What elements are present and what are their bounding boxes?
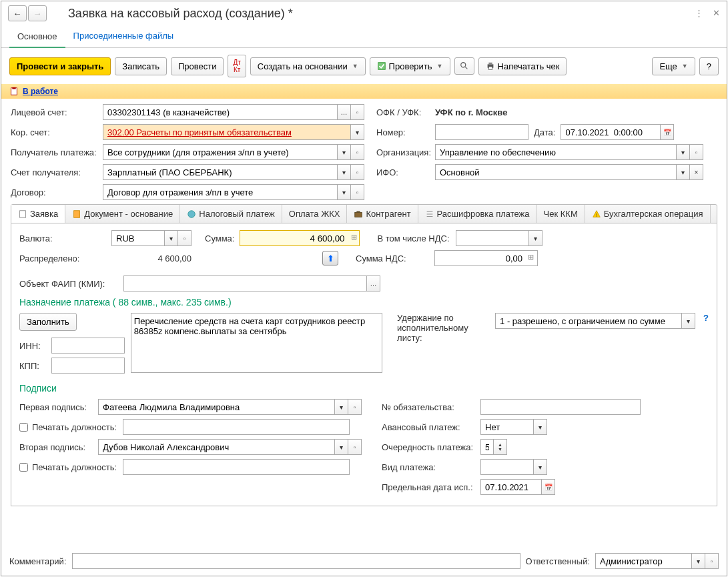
save-button[interactable]: Записать (115, 57, 167, 75)
dropdown-button[interactable]: ▾ (692, 553, 705, 569)
tab-utilities[interactable]: Оплата ЖКХ (282, 205, 348, 223)
kpp-input[interactable] (51, 358, 125, 374)
help-link[interactable]: ? (703, 313, 709, 323)
comment-input[interactable] (72, 553, 520, 569)
dropdown-button[interactable]: ▾ (682, 313, 695, 329)
more-button[interactable]: Еще▼ (652, 57, 695, 75)
responsible-input[interactable] (595, 553, 692, 569)
dropdown-button[interactable]: ▾ (335, 439, 348, 455)
dropdown-button[interactable]: ▾ (529, 230, 542, 246)
open-button[interactable]: ▫ (348, 439, 362, 455)
tab-main[interactable]: Основное (9, 26, 65, 48)
corr-label: Кор. счет: (11, 127, 97, 137)
calculator-icon[interactable]: ⊞ (351, 233, 357, 241)
search-doc-icon (460, 61, 469, 71)
calendar-button[interactable]: 📅 (661, 124, 674, 140)
open-button[interactable]: ▫ (351, 164, 364, 180)
dropdown-button[interactable]: ▾ (677, 164, 690, 180)
print-receipt-button[interactable]: Напечатать чек (478, 57, 567, 75)
tab-accounting[interactable]: !Бухгалтерская операция (585, 205, 711, 223)
contract-input[interactable] (103, 184, 338, 200)
check-button[interactable]: Проверить▼ (370, 57, 450, 75)
garnish-input[interactable] (495, 313, 682, 329)
print-post1-checkbox[interactable] (19, 423, 28, 432)
open-button[interactable]: ▫ (351, 184, 364, 200)
sig2-input[interactable] (98, 439, 335, 455)
open-button[interactable]: ▫ (351, 144, 364, 160)
dropdown-button[interactable]: ▾ (677, 144, 690, 160)
open-button[interactable]: ▫ (705, 553, 719, 569)
tab-decoding[interactable]: Расшифровка платежа (418, 205, 537, 223)
dropdown-button[interactable]: ▾ (338, 184, 351, 200)
open-button[interactable]: ▫ (178, 230, 192, 246)
tab-tax[interactable]: Налоговый платеж (180, 205, 282, 223)
print-post2-input[interactable] (123, 459, 350, 475)
dropdown-button[interactable]: ▾ (534, 459, 547, 475)
vat-sum-input[interactable] (434, 250, 538, 266)
ifo-input[interactable] (435, 164, 677, 180)
dropdown-button[interactable]: ▾ (338, 164, 351, 180)
fill-button[interactable]: Заполнить (19, 313, 77, 331)
account-input[interactable] (103, 104, 338, 120)
open-button[interactable]: ▫ (351, 104, 364, 120)
calendar-button[interactable]: 📅 (542, 479, 555, 495)
sig1-input[interactable] (98, 399, 335, 415)
comment-label: Комментарий: (9, 556, 67, 566)
clear-button[interactable]: × (690, 164, 703, 180)
signatures-title: Подписи (19, 383, 709, 394)
number-input[interactable] (435, 124, 528, 140)
doc-icon (18, 209, 27, 219)
purpose-textarea[interactable]: Перечисление средств на счета карт сотру… (131, 313, 382, 373)
deadline-input[interactable] (480, 479, 542, 495)
search-button[interactable] (454, 57, 474, 75)
tab-basis[interactable]: Документ - основание (65, 205, 180, 223)
inn-input[interactable] (51, 338, 125, 354)
corr-input[interactable] (103, 124, 351, 140)
date-input[interactable] (561, 124, 661, 140)
dropdown-button[interactable]: ▾ (534, 419, 547, 435)
advance-input[interactable] (480, 419, 534, 435)
print-post1-label: Печатать должность: (32, 422, 119, 432)
print-post2-checkbox[interactable] (19, 463, 28, 472)
vat-incl-input[interactable] (456, 230, 529, 246)
payee-label: Получатель платежа: (11, 147, 97, 157)
tab-kkm[interactable]: Чек ККМ (537, 205, 585, 223)
print-post1-input[interactable] (123, 419, 350, 435)
dt-kt-button[interactable]: ДтКт (228, 55, 246, 77)
chevron-down-icon: ▼ (352, 63, 358, 69)
svg-rect-7 (12, 87, 15, 89)
nav-forward-button[interactable]: → (28, 5, 47, 21)
payee-acc-input[interactable] (103, 164, 338, 180)
sum-input[interactable] (240, 230, 360, 246)
obligation-input[interactable] (480, 399, 641, 415)
open-button[interactable]: ▫ (348, 399, 362, 415)
tab-counterparty[interactable]: Контрагент (347, 205, 418, 223)
dropdown-button[interactable]: ▾ (335, 399, 348, 415)
dropdown-button[interactable]: ▾ (351, 124, 364, 140)
post-button[interactable]: Провести (171, 57, 224, 75)
up-arrow-button[interactable]: ⬆ (322, 251, 338, 265)
currency-input[interactable] (111, 230, 165, 246)
payee-input[interactable] (103, 144, 338, 160)
post-close-button[interactable]: Провести и закрыть (9, 57, 111, 75)
calculator-icon[interactable]: ⊞ (528, 253, 534, 261)
spinner-button[interactable]: ▲▼ (494, 439, 507, 455)
nav-back-button[interactable]: ← (8, 5, 27, 21)
priority-input[interactable] (480, 439, 494, 455)
pay-type-input[interactable] (480, 459, 534, 475)
tab-files[interactable]: Присоединенные файлы (65, 25, 182, 47)
ellipsis-button[interactable]: … (338, 104, 351, 120)
dropdown-button[interactable]: ▾ (165, 230, 178, 246)
dropdown-button[interactable]: ▾ (338, 144, 351, 160)
date-label: Дата: (534, 127, 555, 137)
help-button[interactable]: ? (699, 57, 719, 75)
status-link[interactable]: В работе (23, 87, 58, 96)
org-input[interactable] (435, 144, 677, 160)
tab-request[interactable]: Заявка (11, 205, 65, 223)
ellipsis-button[interactable]: … (367, 275, 380, 292)
create-from-button[interactable]: Создать на основании▼ (250, 57, 366, 75)
close-icon[interactable]: ✕ (713, 8, 720, 18)
menu-icon[interactable]: ⋮ (695, 8, 703, 18)
open-button[interactable]: ▫ (690, 144, 703, 160)
faip-input[interactable] (123, 275, 367, 292)
